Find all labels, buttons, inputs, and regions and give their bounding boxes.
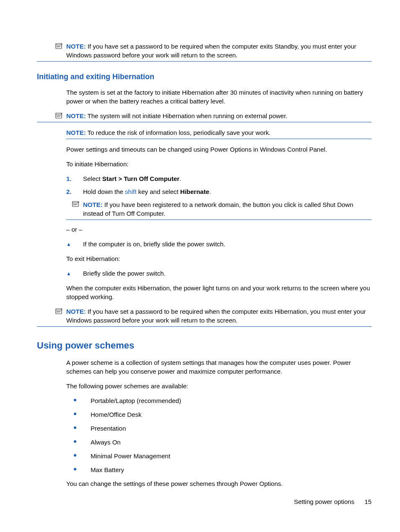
- paragraph: Power settings and timeouts can be chang…: [66, 145, 371, 154]
- note-label: NOTE:: [66, 129, 86, 136]
- list-item: Max Battery: [66, 465, 371, 474]
- paragraph: The system is set at the factory to init…: [66, 88, 371, 106]
- paragraph: A power scheme is a collection of system…: [66, 358, 371, 376]
- page-number: 15: [364, 498, 371, 505]
- step-text: Hold down the: [83, 188, 125, 195]
- heading-power-schemes: Using power schemes: [37, 339, 371, 352]
- bullet-icon: [74, 454, 76, 457]
- list-item: Home/Office Desk: [66, 410, 371, 419]
- note-network-domain: NOTE: If you have been registered to a n…: [66, 200, 371, 220]
- paragraph: The following power schemes are availabl…: [66, 382, 371, 390]
- note-text: If you have set a password to be require…: [66, 43, 356, 59]
- paragraph: When the computer exits Hibernation, the…: [66, 284, 371, 301]
- list-item: Presentation: [66, 424, 371, 433]
- note-text: If you have set a password to be require…: [66, 308, 366, 324]
- paragraph: To exit Hibernation:: [66, 254, 371, 263]
- list-item: 1. Select Start > Turn Off Computer.: [66, 174, 371, 183]
- note-label: NOTE:: [66, 43, 86, 50]
- note-label: NOTE:: [83, 201, 103, 208]
- note-icon: [72, 201, 80, 209]
- list-item: 2. Hold down the shift key and select Hi…: [66, 187, 371, 196]
- note-text: If you have been registered to a network…: [83, 201, 353, 217]
- menu-path: Start > Turn Off Computer: [102, 175, 179, 182]
- bullet-icon: [74, 413, 76, 415]
- note-label: NOTE:: [66, 308, 86, 315]
- note-save-work: NOTE: To reduce the risk of information …: [66, 128, 371, 139]
- bullet-icon: [74, 440, 76, 443]
- paragraph: You can change the settings of these pow…: [66, 479, 371, 488]
- page-content: NOTE: If you have set a password to be r…: [0, 0, 400, 488]
- paragraph: To initiate Hibernation:: [66, 160, 371, 168]
- note-icon: [55, 308, 63, 317]
- note-hibernation-password: NOTE: If you have set a password to be r…: [37, 307, 371, 327]
- page-footer: Setting power options 15: [294, 497, 371, 506]
- menu-item: Hibernate: [180, 188, 209, 195]
- note-text: The system will not initiate Hibernation…: [88, 112, 288, 119]
- action-text: If the computer is on, briefly slide the…: [83, 240, 225, 248]
- key-shift: shift: [125, 188, 137, 195]
- action-item: ▲ If the computer is on, briefly slide t…: [66, 240, 371, 248]
- step-text: Select: [83, 175, 102, 182]
- footer-section: Setting power options: [294, 498, 354, 505]
- triangle-icon: ▲: [66, 241, 71, 248]
- note-label: NOTE:: [66, 112, 86, 119]
- bullet-icon: [74, 399, 76, 401]
- or-separator: – or –: [66, 225, 371, 234]
- list-item: Minimal Power Management: [66, 452, 371, 460]
- list-number: 2.: [66, 187, 72, 196]
- note-icon: [55, 43, 63, 52]
- list-item: Always On: [66, 438, 371, 447]
- bullet-icon: [74, 426, 76, 429]
- bullet-icon: [74, 468, 76, 470]
- action-text: Briefly slide the power switch.: [83, 270, 166, 277]
- note-text: To reduce the risk of information loss, …: [88, 129, 271, 136]
- action-item: ▲ Briefly slide the power switch.: [66, 269, 371, 278]
- note-standby-password: NOTE: If you have set a password to be r…: [37, 42, 371, 62]
- note-external-power: NOTE: The system will not initiate Hiber…: [37, 111, 371, 122]
- bullet-list: Portable/Laptop (recommended) Home/Offic…: [66, 396, 371, 474]
- list-number: 1.: [66, 174, 72, 183]
- triangle-icon: ▲: [66, 270, 71, 277]
- note-icon: [55, 112, 63, 121]
- heading-hibernation: Initiating and exiting Hibernation: [37, 72, 371, 82]
- list-item: Portable/Laptop (recommended): [66, 396, 371, 405]
- ordered-list: 1. Select Start > Turn Off Computer. 2. …: [66, 174, 371, 220]
